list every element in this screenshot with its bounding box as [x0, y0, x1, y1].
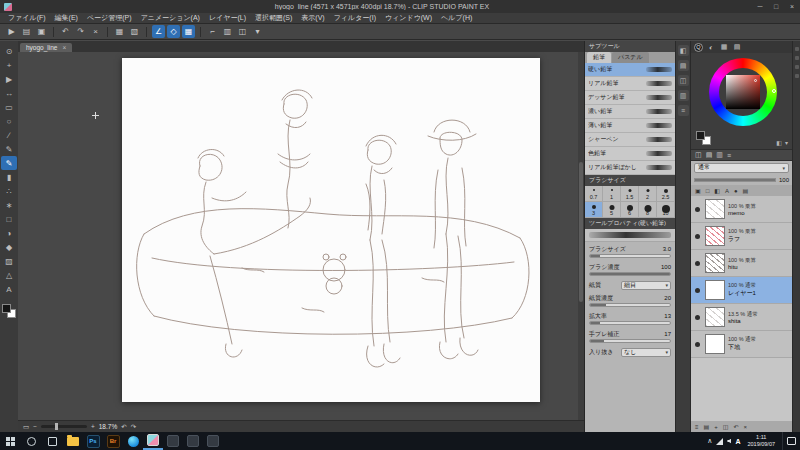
tool-airbrush[interactable]: ∴ [1, 184, 17, 198]
lock-layer-icon[interactable]: □ [706, 188, 710, 194]
rotate-right-icon[interactable]: ↷ [131, 423, 136, 431]
subtool-item[interactable]: 濃い鉛筆 [585, 105, 675, 119]
tool-fill[interactable]: ◆ [1, 240, 17, 254]
layer-row[interactable]: 100 % 乗算memo [691, 196, 792, 223]
layer-thumbnail[interactable] [705, 199, 725, 219]
deselect-icon[interactable]: ▦ [113, 25, 126, 38]
layer-property-tab-icon[interactable]: ▤ [706, 151, 713, 159]
texture-density-slider[interactable] [589, 303, 671, 307]
subtool-item[interactable]: 硬い鉛筆 [585, 63, 675, 77]
tray-expand-icon[interactable]: ∧ [707, 437, 712, 445]
layer-visibility-icon[interactable] [695, 261, 700, 266]
tool-operation[interactable]: ▶ [1, 72, 17, 86]
tool-brush[interactable]: ▮ [1, 170, 17, 184]
main-color-swatches[interactable] [2, 304, 16, 318]
palette-dock-icon[interactable]: ◧ [678, 45, 689, 56]
clip-icon[interactable]: ▣ [695, 187, 701, 194]
canvas-tab[interactable]: hyogo_line × [20, 43, 72, 52]
brush-size-panel-header[interactable]: ブラシサイズ [585, 175, 675, 186]
crop-icon[interactable]: ▧ [128, 25, 141, 38]
menu-file[interactable]: ファイル(F) [8, 13, 46, 23]
brush-size-slider[interactable] [589, 254, 671, 258]
new-folder-icon[interactable]: ◫ [723, 423, 729, 430]
color-history-tab-icon[interactable]: ▤ [732, 42, 742, 52]
rotate-left-icon[interactable]: ↶ [121, 423, 126, 431]
material-dock-icon[interactable] [795, 56, 799, 60]
tool-pencil[interactable]: ✎ [1, 156, 17, 170]
layer-thumbnail[interactable] [705, 226, 725, 246]
taskbar-file-explorer[interactable] [63, 432, 83, 450]
tool-text[interactable]: A [1, 282, 17, 296]
lock-transparent-icon[interactable]: ◧ [714, 187, 720, 194]
ime-indicator[interactable]: A [735, 438, 740, 445]
canvas-viewport[interactable] [18, 52, 584, 420]
palette-dock-icon[interactable]: ▥ [678, 90, 689, 101]
menu-select[interactable]: 選択範囲(S) [255, 13, 292, 23]
taskbar-app[interactable] [183, 432, 203, 450]
brush-size-option[interactable]: 1 [603, 186, 621, 202]
tool-auto-select[interactable]: ○ [1, 114, 17, 128]
hue-indicator[interactable] [772, 89, 776, 93]
brush-size-option[interactable]: 5 [603, 202, 621, 218]
merge-down-icon[interactable]: ↶ [733, 423, 738, 430]
opacity-slider[interactable] [694, 178, 776, 182]
delete-layer-icon[interactable]: × [743, 424, 747, 430]
subtool-item[interactable]: デッサン鉛筆 [585, 91, 675, 105]
taskbar-photoshop[interactable]: Ps [83, 432, 103, 450]
menu-page[interactable]: ページ管理(P) [87, 13, 132, 23]
quick-access-icon[interactable]: Q [694, 43, 703, 52]
main-color-swatch[interactable] [2, 304, 11, 313]
subtool-item[interactable]: リアル鉛筆ぼかし [585, 161, 675, 175]
undo-icon[interactable]: ↶ [59, 25, 72, 38]
property-brush-size[interactable]: ブラシサイズ3.0 [589, 245, 671, 258]
tool-layer-move[interactable]: ↔ [1, 86, 17, 100]
color-wheel-tab-icon[interactable]: ◐ [706, 42, 716, 52]
taskbar-app[interactable] [163, 432, 183, 450]
property-stabilization[interactable]: 手ブレ補正17 [589, 330, 671, 343]
zoom-slider[interactable] [41, 425, 87, 428]
task-view-icon[interactable] [42, 432, 63, 450]
sv-indicator[interactable] [754, 79, 757, 82]
snap-grid-icon[interactable]: ▦ [182, 25, 195, 38]
palette-dock-icon[interactable]: ◫ [678, 75, 689, 86]
reference-layer-icon[interactable]: ● [734, 188, 738, 194]
brush-size-option[interactable]: 6 [621, 202, 639, 218]
menu-help[interactable]: ヘルプ(H) [441, 13, 472, 23]
search-icon[interactable] [21, 432, 42, 450]
material-dock-icon[interactable] [795, 47, 799, 51]
layer-visibility-icon[interactable] [695, 288, 700, 293]
tool-gradient[interactable]: ▨ [1, 254, 17, 268]
property-zoom-ratio[interactable]: 拡大率13 [589, 312, 671, 325]
layer-visibility-icon[interactable] [695, 234, 700, 239]
tool-zoom[interactable]: ⊙ [1, 44, 17, 58]
snap-special-ruler-icon[interactable]: ◇ [167, 25, 180, 38]
new-layer-icon[interactable]: ▤ [704, 423, 710, 430]
subtool-item[interactable]: 色鉛筆 [585, 147, 675, 161]
canvas-tab-close-icon[interactable]: × [62, 44, 66, 51]
taskbar-clock[interactable]: 1:11 2019/09/07 [744, 434, 778, 448]
tool-figure[interactable]: △ [1, 268, 17, 282]
layer-thumbnail[interactable] [705, 280, 725, 300]
menu-window[interactable]: ウィンドウ(W) [385, 13, 432, 23]
color-set-tab-icon[interactable]: ▦ [719, 42, 729, 52]
main-color-swatch[interactable] [696, 131, 705, 140]
layer-thumbnail[interactable] [705, 334, 725, 354]
ruler-icon[interactable]: ⌐ [206, 25, 219, 38]
maximize-button[interactable]: □ [768, 0, 784, 13]
grid-icon[interactable]: ▥ [221, 25, 234, 38]
transparent-color-icon[interactable]: ◧ [776, 139, 782, 146]
tool-blend[interactable]: ◑ [1, 226, 17, 240]
start-button[interactable] [0, 432, 21, 450]
material-dock-icon[interactable] [795, 74, 799, 78]
fit-screen-icon[interactable]: ▭ [23, 423, 29, 431]
palette-dock-icon[interactable]: ▤ [678, 60, 689, 71]
taskbar-edge[interactable] [123, 432, 143, 450]
material-dock-icon[interactable] [795, 65, 799, 69]
minimize-button[interactable]: ─ [752, 0, 768, 13]
blend-mode-select[interactable]: 通常 [694, 163, 789, 173]
taskbar-bridge[interactable]: Br [103, 432, 123, 450]
add-layer-icon[interactable]: + [714, 424, 718, 430]
brush-size-option[interactable]: 2 [639, 186, 657, 202]
tool-move[interactable]: + [1, 58, 17, 72]
draft-layer-icon[interactable]: A [725, 188, 729, 194]
